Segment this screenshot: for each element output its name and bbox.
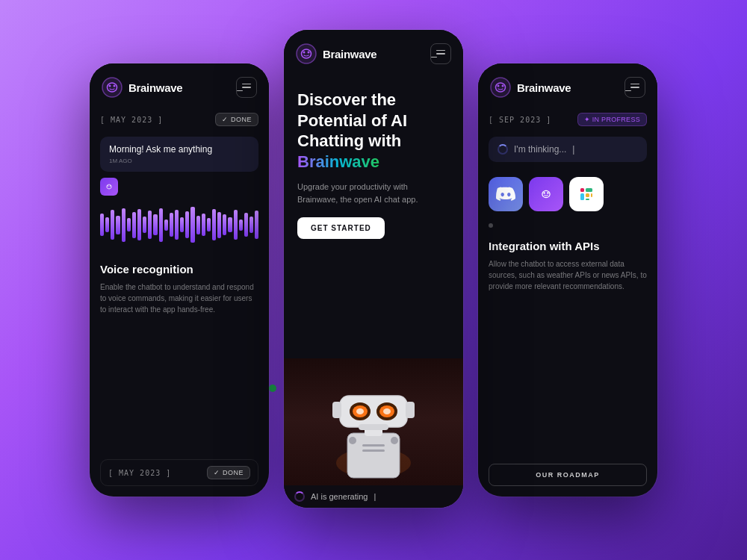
ai-spinner-icon xyxy=(294,491,305,502)
svg-point-3 xyxy=(108,185,109,187)
wave-bar xyxy=(223,214,226,235)
ai-generating-text: AI is generating xyxy=(311,492,368,501)
svg-point-31 xyxy=(547,192,548,193)
wave-bar xyxy=(153,214,157,235)
voice-desc: Enable the chatbot to understand and res… xyxy=(100,281,258,315)
phones-container: Brainwave [ MAY 2023 ] ✓ DONE Morning! A… xyxy=(67,30,680,530)
svg-point-1 xyxy=(109,85,111,87)
discord-logo-icon xyxy=(496,187,515,202)
phone1-bottom-badge: [ MAY 2023 ] ✓ DONE xyxy=(100,459,258,486)
wave-bar xyxy=(249,217,253,233)
thinking-text: I'm thinking... xyxy=(514,144,566,155)
svg-point-19 xyxy=(376,402,397,420)
brand-logo-area: Brainwave xyxy=(102,77,182,98)
svg-rect-34 xyxy=(586,188,592,192)
robot-illustration-icon xyxy=(321,373,426,493)
svg-point-0 xyxy=(102,78,122,97)
phone3-date: [ SEP 2023 ] xyxy=(489,116,551,124)
menu-button[interactable] xyxy=(236,77,257,98)
phone-voice-recognition: Brainwave [ MAY 2023 ] ✓ DONE Morning! A… xyxy=(90,63,269,497)
menu2-line-1 xyxy=(436,50,445,52)
brainwave-logo2-icon xyxy=(296,43,317,64)
wave-bar xyxy=(111,210,114,240)
menu3-line-2 xyxy=(630,87,639,88)
svg-rect-32 xyxy=(580,188,584,192)
wave-bar xyxy=(175,210,179,240)
ai-cursor: | xyxy=(374,492,376,501)
hero-subtitle: Upgrade your productivity with Brainwave… xyxy=(297,181,450,205)
brain-app-icon xyxy=(538,186,554,202)
chat-message-text: Morning! Ask me anything xyxy=(109,144,212,155)
robot-image: AI is generating | xyxy=(284,358,463,508)
discord-icon xyxy=(489,177,523,211)
menu-line-1 xyxy=(242,84,251,85)
wave-bar xyxy=(116,216,120,234)
wave-bar xyxy=(255,211,258,239)
svg-point-27 xyxy=(491,78,510,97)
svg-point-26 xyxy=(391,437,398,444)
menu2-line-2 xyxy=(436,53,445,55)
thinking-spinner-icon xyxy=(498,144,508,155)
wave-bar xyxy=(207,218,211,231)
wave-bar xyxy=(143,217,146,233)
phone3-header: Brainwave xyxy=(478,63,657,108)
wave-bar xyxy=(196,216,200,234)
svg-rect-33 xyxy=(580,193,584,200)
wave-bar xyxy=(164,220,168,231)
wave-bar xyxy=(170,213,173,237)
wave-bar xyxy=(202,214,205,236)
svg-point-28 xyxy=(498,85,500,87)
menu3-button[interactable] xyxy=(624,77,645,98)
menu2-button[interactable] xyxy=(430,43,451,64)
menu-line-3 xyxy=(237,90,243,92)
brainwave-logo3-icon xyxy=(490,77,511,98)
svg-point-2 xyxy=(114,85,116,87)
phone1-header: Brainwave xyxy=(90,63,269,108)
chat-bubble: Morning! Ask me anything 1M AGO xyxy=(100,137,258,172)
phone1-date-badge: [ MAY 2023 ] ✓ DONE xyxy=(90,108,269,131)
svg-rect-36 xyxy=(591,193,592,197)
svg-rect-20 xyxy=(332,402,341,418)
voice-recognition-section: Voice recognition Enable the chatbot to … xyxy=(90,251,269,323)
waveform xyxy=(100,206,258,243)
integration-title: Integration with APIs xyxy=(489,240,647,252)
brand-name3-label: Brainwave xyxy=(517,81,571,94)
phone2-header: Brainwave xyxy=(284,30,463,75)
svg-point-5 xyxy=(297,44,316,63)
phone1-bottom-date: [ MAY 2023 ] xyxy=(108,469,171,477)
wave-bar xyxy=(137,209,141,240)
slack-logo-icon xyxy=(577,185,595,203)
svg-rect-23 xyxy=(362,444,385,447)
brand3-area: Brainwave xyxy=(490,77,571,98)
brand-name2-label: Brainwave xyxy=(323,48,376,60)
svg-point-6 xyxy=(303,52,306,54)
deco-dot-green xyxy=(269,385,276,392)
hero-section: Discover the Potential of AI Chatting wi… xyxy=(284,75,463,358)
hero-title-line1: Discover the xyxy=(297,90,396,109)
brand2-area: Brainwave xyxy=(296,43,376,64)
get-started-button[interactable]: GET STARTED xyxy=(297,217,385,239)
hero-title-line3: Chatting with xyxy=(297,131,401,150)
integration-desc: Allow the chatbot to access external dat… xyxy=(489,258,647,292)
svg-point-29 xyxy=(502,85,504,87)
svg-point-4 xyxy=(110,185,111,187)
hero-title-line2: Potential of AI xyxy=(297,111,407,130)
svg-point-25 xyxy=(349,437,356,444)
wave-bar xyxy=(234,210,238,240)
menu3-line-3 xyxy=(625,90,631,92)
wave-bar xyxy=(239,220,243,231)
svg-point-30 xyxy=(543,192,545,193)
brainwave-logo-icon xyxy=(102,77,123,98)
svg-rect-22 xyxy=(359,424,388,430)
voice-title: Voice recognition xyxy=(100,263,258,276)
slack-icon xyxy=(569,177,604,211)
roadmap-button[interactable]: OUR ROADMAP xyxy=(489,464,647,486)
menu-line-2 xyxy=(242,87,251,88)
wave-bar xyxy=(212,209,216,240)
hero-title: Discover the Potential of AI Chatting wi… xyxy=(297,90,450,172)
integration-section: Integration with APIs Allow the chatbot … xyxy=(478,237,657,301)
svg-rect-24 xyxy=(362,449,385,452)
phone1-date: [ MAY 2023 ] xyxy=(100,116,163,124)
menu2-line-3 xyxy=(431,57,437,58)
chat-time: 1M AGO xyxy=(109,158,249,164)
